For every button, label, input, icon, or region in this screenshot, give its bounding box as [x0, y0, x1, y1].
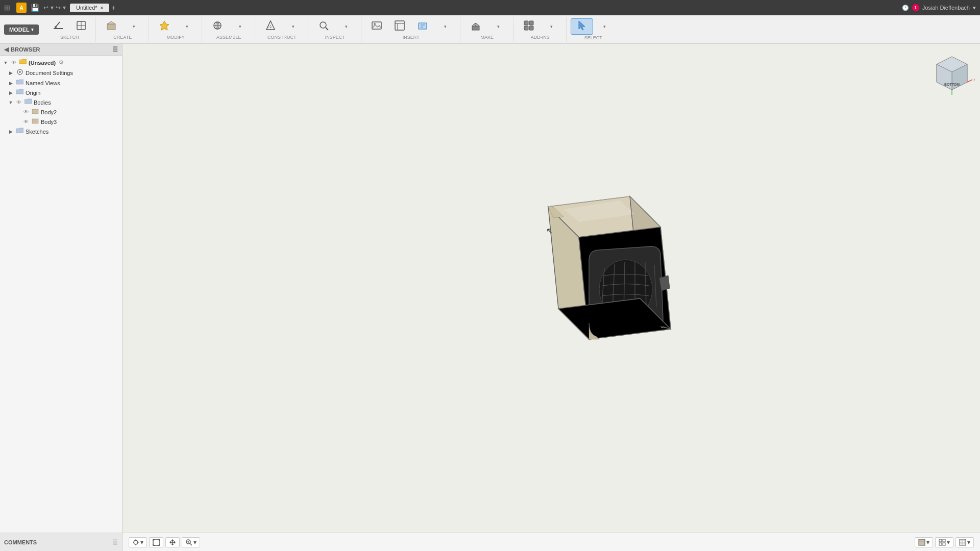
modify-dropdown[interactable]: ▾ [176, 23, 199, 30]
svg-rect-6 [107, 24, 115, 30]
user-dropdown-icon[interactable]: ▾ [973, 5, 976, 11]
app-grid-icon[interactable]: ⊞ [4, 4, 10, 12]
make-button[interactable] [464, 19, 487, 34]
viewport[interactable]: BOTTOM X [122, 44, 980, 533]
view-cube[interactable]: BOTTOM X [929, 49, 975, 95]
doc-settings-icon [16, 68, 23, 77]
svg-point-33 [19, 71, 21, 73]
bodies-expander[interactable]: ▼ [7, 99, 14, 106]
insert-canvas-button[interactable] [388, 19, 411, 34]
root-settings-icon[interactable]: ⚙ [59, 59, 64, 66]
fit-to-screen-button[interactable] [149, 537, 163, 547]
insert-image-button[interactable] [365, 19, 388, 34]
svg-rect-29 [529, 21, 533, 25]
create-dropdown[interactable]: ▾ [123, 23, 145, 30]
browser-options-button[interactable]: ☰ [112, 46, 118, 53]
svg-rect-72 [943, 543, 945, 545]
body2-body-icon [32, 108, 39, 116]
undo-dropdown[interactable]: ▾ [51, 4, 54, 11]
left-bottom-toolbar: ▾ ▾ [129, 537, 200, 547]
select-section-label: SELECT [584, 35, 602, 40]
create-button[interactable] [100, 19, 122, 34]
browser-collapse-button[interactable]: ◀ [4, 46, 9, 53]
construct-button[interactable] [259, 19, 282, 34]
origin-expander[interactable]: ▶ [7, 89, 14, 96]
select-section: ▾ SELECT [568, 17, 619, 42]
grid-dropdown-icon: ▾ [947, 539, 950, 546]
doc-settings-label: Document Settings [26, 70, 73, 76]
view-settings-button[interactable]: ▾ [129, 537, 147, 547]
model-label: MODEL [9, 27, 30, 33]
insert-dropdown[interactable]: ▾ [434, 23, 457, 30]
tree-item-origin[interactable]: ▶ Origin [0, 88, 122, 97]
zoom-button[interactable]: ▾ [182, 537, 200, 547]
username[interactable]: Josiah Dieffenbach [922, 5, 970, 11]
tree-item-doc-settings[interactable]: ▶ Document Settings [0, 67, 122, 78]
sketch-2d-button[interactable] [70, 19, 92, 34]
tree-item-body3[interactable]: 👁 Body3 [0, 117, 122, 127]
svg-rect-20 [395, 21, 404, 30]
insert-decal-button[interactable] [411, 19, 434, 34]
addins-dropdown[interactable]: ▾ [541, 23, 563, 30]
construct-dropdown[interactable]: ▾ [282, 23, 305, 30]
make-dropdown[interactable]: ▾ [487, 23, 510, 30]
insert-group: ▾ [365, 19, 457, 34]
inspect-button[interactable] [312, 19, 335, 34]
grid-mode-button[interactable]: ▾ [935, 537, 953, 547]
sketch-create-button[interactable] [47, 19, 69, 34]
assemble-dropdown[interactable]: ▾ [229, 23, 252, 30]
viewport-bottom-toolbar: ▾ ▾ ▾ ▾ [122, 537, 980, 547]
title-tabs: Untitled* × + [70, 4, 116, 12]
assemble-section-label: ASSEMBLE [216, 35, 241, 40]
sketch-section: SKETCH [44, 17, 96, 42]
tree-item-bodies[interactable]: ▼ 👁 Bodies [0, 97, 122, 107]
redo-button[interactable]: ↪ [56, 4, 61, 11]
user-info: 🕐 1 Josiah Dieffenbach ▾ [902, 4, 976, 11]
sketches-expander[interactable]: ▶ [7, 128, 14, 135]
assemble-button[interactable] [206, 19, 229, 34]
root-expander[interactable]: ▼ [2, 59, 9, 66]
inspect-dropdown[interactable]: ▾ [335, 23, 358, 30]
svg-text:X: X [973, 78, 975, 82]
svg-line-17 [326, 28, 328, 30]
title-bar: ⊞ A 💾 ↩ ▾ ↪ ▾ Untitled* × + 🕐 1 Josiah D… [0, 0, 980, 15]
select-dropdown[interactable]: ▾ [594, 23, 616, 30]
bodies-eye-icon[interactable]: 👁 [16, 99, 21, 105]
add-tab-button[interactable]: + [111, 4, 115, 12]
model-dropdown-arrow: ▾ [31, 27, 34, 32]
select-group: ▾ [571, 18, 616, 35]
undo-button[interactable]: ↩ [43, 4, 48, 11]
svg-rect-39 [32, 119, 38, 123]
doc-settings-expander[interactable]: ▶ [7, 69, 14, 77]
root-eye-icon[interactable]: 👁 [11, 60, 16, 65]
tree-item-named-views[interactable]: ▶ Named Views [0, 78, 122, 88]
snap-button[interactable]: ▾ [955, 537, 974, 547]
sketches-label: Sketches [26, 129, 48, 135]
tab-close-button[interactable]: × [101, 5, 104, 11]
addins-button[interactable] [518, 19, 540, 34]
body3-label: Body3 [41, 119, 57, 125]
svg-marker-8 [160, 21, 169, 30]
model-mode-button[interactable]: MODEL ▾ [4, 24, 39, 35]
body3-eye-icon[interactable]: 👁 [23, 119, 29, 124]
named-views-expander[interactable]: ▶ [7, 80, 14, 87]
display-mode-button[interactable]: ▾ [915, 537, 933, 547]
svg-point-2 [55, 26, 57, 28]
active-tab[interactable]: Untitled* × [70, 4, 109, 12]
snap-dropdown-icon: ▾ [967, 539, 970, 546]
save-button[interactable]: 💾 [31, 4, 39, 12]
pan-button[interactable] [165, 537, 180, 547]
tree-item-body2[interactable]: 👁 Body2 [0, 107, 122, 117]
select-button[interactable] [571, 18, 593, 35]
comments-options-button[interactable]: ☰ [112, 539, 118, 546]
svg-rect-71 [939, 543, 942, 545]
view-settings-dropdown-icon: ▾ [140, 539, 143, 546]
modify-button[interactable] [153, 19, 176, 34]
tree-item-sketches[interactable]: ▶ Sketches [0, 127, 122, 136]
make-section: ▾ MAKE [461, 17, 513, 42]
modify-section: ▾ MODIFY [150, 17, 202, 42]
origin-label: Origin [26, 90, 40, 96]
body2-eye-icon[interactable]: 👁 [23, 109, 29, 115]
tree-item-root[interactable]: ▼ 👁 (Unsaved) ⚙ [0, 58, 122, 67]
redo-dropdown[interactable]: ▾ [63, 4, 66, 11]
